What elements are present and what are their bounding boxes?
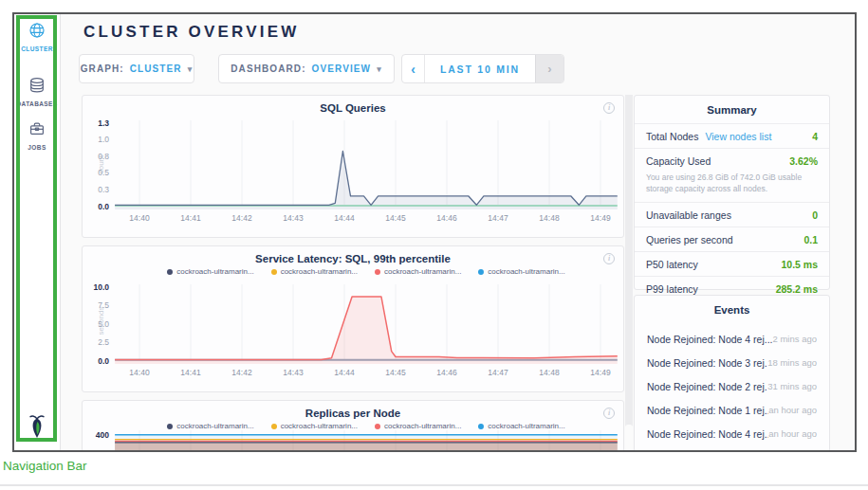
y-axis: 1.31.00.80.50.30.0 bbox=[83, 118, 109, 209]
x-axis-tick: 14:40 bbox=[129, 368, 149, 377]
legend-item: cockroach-ultramarin... bbox=[167, 267, 253, 276]
x-axis-tick: 14:48 bbox=[539, 213, 559, 223]
sidebar-item-label: JOBS bbox=[14, 144, 60, 151]
x-axis: 14:4014:4114:4214:4314:4414:4514:4614:47… bbox=[115, 213, 618, 225]
sql-queries-panel: SQL Queries i count 1.31.00.80.50.30.0 1… bbox=[82, 95, 624, 238]
chevron-down-icon: ▾ bbox=[188, 64, 194, 74]
y-axis-tick: 1.0 bbox=[98, 135, 109, 144]
events-title: Events bbox=[635, 296, 829, 327]
y-axis: 10.07.55.02.50.0 bbox=[83, 282, 109, 364]
dashboard-dropdown-label: DASHBOARD: bbox=[231, 64, 305, 74]
briefcase-icon bbox=[28, 120, 46, 137]
scrollbar-thumb[interactable] bbox=[625, 425, 633, 451]
time-range-next-button-disabled: › bbox=[535, 55, 563, 82]
y-axis-tick: 7.5 bbox=[98, 300, 109, 310]
event-row[interactable]: Node Rejoined: Node 2 rej... 31 mins ago bbox=[635, 374, 829, 398]
summary-row-total-nodes: Total Nodes View nodes list 4 bbox=[635, 123, 829, 148]
summary-value: 0 bbox=[812, 209, 818, 221]
time-range-label[interactable]: LAST 10 MIN bbox=[425, 55, 535, 82]
chart-title: SQL Queries bbox=[83, 102, 623, 114]
annotation-caption: Navigation Bar bbox=[3, 459, 87, 473]
x-axis-tick: 14:45 bbox=[385, 368, 405, 377]
capacity-used-subtext: You are using 26.8 GiB of 742.0 GiB usab… bbox=[635, 169, 829, 202]
x-axis-tick: 14:45 bbox=[385, 213, 405, 223]
x-axis-tick: 14:41 bbox=[180, 368, 200, 377]
summary-row-queries-per-second: Queries per second 0.1 bbox=[635, 227, 829, 251]
sql-queries-chart bbox=[115, 118, 618, 209]
info-icon[interactable]: i bbox=[603, 102, 615, 114]
screenshot-stage: CLUSTER DATABASES bbox=[0, 0, 868, 490]
x-axis-tick: 14:43 bbox=[283, 213, 303, 223]
y-axis-tick: 400 bbox=[96, 430, 109, 440]
scrollbar-track[interactable] bbox=[625, 95, 633, 451]
event-row[interactable]: Node Rejoined: Node 4 rej... 2 mins ago bbox=[635, 327, 829, 351]
summary-row-unavailable-ranges: Unavailable ranges 0 bbox=[635, 202, 829, 227]
sidebar-item-databases[interactable]: DATABASES bbox=[14, 77, 60, 107]
summary-value: 10.5 ms bbox=[781, 259, 818, 270]
cockroachdb-admin-window: CLUSTER DATABASES bbox=[12, 12, 857, 452]
summary-row-p50-latency: P50 latency 10.5 ms bbox=[635, 251, 829, 276]
x-axis-tick: 14:46 bbox=[436, 213, 456, 223]
chevron-down-icon: ▾ bbox=[377, 64, 382, 74]
time-range-selector: ‹ LAST 10 MIN › bbox=[401, 54, 564, 83]
y-axis: 400 bbox=[83, 429, 109, 452]
globe-icon bbox=[28, 22, 46, 39]
summary-panel: Summary Total Nodes View nodes list 4 Ca… bbox=[634, 95, 830, 290]
y-axis-tick: 0.0 bbox=[98, 202, 109, 211]
info-icon[interactable]: i bbox=[603, 253, 615, 264]
events-panel: Events Node Rejoined: Node 4 rej... 2 mi… bbox=[634, 295, 830, 452]
cockroachdb-logo[interactable] bbox=[14, 412, 60, 443]
service-latency-panel: Service Latency: SQL, 99th percentile i … bbox=[82, 245, 624, 392]
chart-title: Replicas per Node bbox=[83, 408, 623, 419]
database-icon bbox=[28, 77, 46, 94]
sidebar-item-label: DATABASES bbox=[14, 100, 60, 107]
time-range-prev-button[interactable]: ‹ bbox=[402, 55, 425, 82]
service-latency-chart bbox=[115, 282, 618, 364]
event-row[interactable]: Node Rejoined: Node 1 rej... an hour ago bbox=[635, 398, 829, 422]
sidebar-item-cluster[interactable]: CLUSTER bbox=[14, 22, 60, 52]
divider bbox=[0, 484, 868, 486]
x-axis-tick: 14:44 bbox=[334, 368, 354, 377]
cockroach-bug-icon bbox=[26, 412, 48, 439]
legend-dot bbox=[478, 269, 484, 275]
x-axis-tick: 14:46 bbox=[436, 368, 456, 377]
legend-dot bbox=[271, 269, 277, 275]
sidebar-item-label: CLUSTER bbox=[14, 45, 60, 52]
info-icon[interactable]: i bbox=[603, 408, 615, 419]
navigation-sidebar: CLUSTER DATABASES bbox=[14, 14, 61, 450]
legend-dot bbox=[167, 424, 173, 429]
replicas-per-node-chart bbox=[115, 429, 618, 452]
x-axis-tick: 14:43 bbox=[283, 368, 303, 377]
x-axis-tick: 14:49 bbox=[590, 368, 610, 377]
x-axis-tick: 14:40 bbox=[129, 213, 149, 223]
summary-value: 3.62% bbox=[789, 155, 818, 167]
x-axis-tick: 14:49 bbox=[590, 213, 610, 223]
chart-legend: cockroach-ultramarin... cockroach-ultram… bbox=[115, 267, 618, 276]
chart-title: Service Latency: SQL, 99th percentile bbox=[83, 253, 623, 264]
replicas-per-node-panel: Replicas per Node i cockroach-ultramarin… bbox=[82, 400, 624, 452]
legend-dot bbox=[478, 424, 484, 429]
x-axis: 14:4014:4114:4214:4314:4414:4514:4614:47… bbox=[115, 368, 618, 379]
sidebar-item-jobs[interactable]: JOBS bbox=[14, 120, 60, 151]
legend-item: cockroach-ultramarin... bbox=[271, 267, 358, 276]
event-row[interactable]: Node Rejoined: Node 3 rej... 18 mins ago bbox=[635, 351, 829, 374]
graph-dropdown[interactable]: GRAPH: CLUSTER ▾ bbox=[79, 54, 194, 83]
view-nodes-list-link[interactable]: View nodes list bbox=[705, 131, 771, 142]
legend-dot bbox=[167, 269, 173, 275]
y-axis-tick: 0.0 bbox=[98, 356, 109, 366]
x-axis-tick: 14:48 bbox=[539, 368, 559, 377]
y-axis-tick: 0.3 bbox=[98, 185, 109, 194]
summary-value: 0.1 bbox=[803, 234, 818, 245]
x-axis-tick: 14:41 bbox=[180, 213, 200, 223]
x-axis-tick: 14:44 bbox=[334, 213, 354, 223]
legend-dot bbox=[271, 424, 277, 429]
x-axis-tick: 14:42 bbox=[231, 213, 251, 223]
y-axis-tick: 5.0 bbox=[98, 319, 109, 329]
graph-dropdown-value: CLUSTER bbox=[130, 64, 182, 74]
dashboard-dropdown[interactable]: DASHBOARD: OVERVIEW ▾ bbox=[218, 54, 395, 83]
summary-value: 285.2 ms bbox=[776, 283, 818, 295]
summary-title: Summary bbox=[635, 96, 829, 123]
legend-dot bbox=[375, 269, 380, 275]
event-row[interactable]: Node Rejoined: Node 4 rej... an hour ago bbox=[635, 422, 829, 445]
y-axis-tick: 2.5 bbox=[98, 337, 109, 347]
